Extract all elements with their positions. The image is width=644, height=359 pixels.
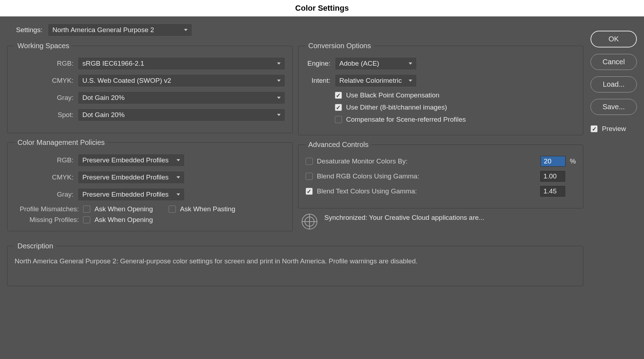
description-legend: Description: [15, 242, 56, 250]
cancel-button[interactable]: Cancel: [591, 54, 637, 70]
ask-when-opening-label: Ask When Opening: [94, 205, 153, 213]
ws-rgb-dropdown[interactable]: sRGB IEC61966-2.1: [78, 57, 285, 70]
working-spaces-section: Working Spaces RGB: sRGB IEC61966-2.1 CM…: [7, 42, 293, 133]
preview-label: Preview: [602, 125, 626, 133]
missing-profiles-label: Missing Profiles:: [15, 216, 79, 224]
ws-spot-label: Spot:: [15, 111, 73, 119]
sync-text: Synchronized: Your Creative Cloud applic…: [324, 214, 580, 222]
engine-label: Engine:: [306, 60, 331, 67]
conversion-options-section: Conversion Options Engine: Adobe (ACE) I…: [298, 42, 584, 135]
blend-rgb-checkbox[interactable]: [306, 173, 313, 180]
load-button[interactable]: Load...: [591, 76, 637, 92]
cm-rgb-dropdown[interactable]: Preserve Embedded Profiles: [78, 154, 185, 167]
cm-cmyk-label: CMYK:: [15, 173, 73, 181]
ws-cmyk-value: U.S. Web Coated (SWOP) v2: [82, 77, 171, 85]
cm-gray-value: Preserve Embedded Profiles: [82, 191, 169, 198]
ws-cmyk-label: CMYK:: [15, 77, 73, 85]
cm-rgb-label: RGB:: [15, 156, 73, 164]
ws-gray-value: Dot Gain 20%: [82, 94, 124, 102]
desaturate-checkbox[interactable]: [306, 158, 313, 165]
blend-text-input[interactable]: [540, 186, 565, 197]
ws-spot-dropdown[interactable]: Dot Gain 20%: [78, 108, 285, 121]
advanced-controls-legend: Advanced Controls: [306, 141, 372, 149]
description-section: Description North America General Purpos…: [7, 242, 583, 286]
ask-when-pasting-label: Ask When Pasting: [180, 205, 235, 213]
missing-ask-opening-label: Ask When Opening: [94, 216, 153, 224]
intent-dropdown[interactable]: Relative Colorimetric: [335, 74, 417, 87]
settings-value: North America General Purpose 2: [52, 26, 154, 34]
ok-button[interactable]: OK: [591, 31, 637, 47]
color-management-section: Color Management Policies RGB: Preserve …: [7, 138, 293, 231]
preview-checkbox[interactable]: [591, 125, 598, 132]
engine-value: Adobe (ACE): [339, 60, 379, 67]
description-text: North America General Purpose 2: General…: [15, 257, 576, 279]
advanced-controls-section: Advanced Controls Desaturate Monitor Col…: [298, 141, 584, 208]
cm-gray-dropdown[interactable]: Preserve Embedded Profiles: [78, 188, 185, 201]
engine-dropdown[interactable]: Adobe (ACE): [335, 57, 417, 70]
ask-when-pasting-checkbox[interactable]: [169, 206, 176, 213]
conversion-options-legend: Conversion Options: [306, 42, 374, 50]
ws-gray-dropdown[interactable]: Dot Gain 20%: [78, 91, 285, 104]
blend-text-label: Blend Text Colors Using Gamma:: [317, 187, 536, 195]
desaturate-label: Desaturate Monitor Colors By:: [317, 157, 537, 165]
intent-value: Relative Colorimetric: [339, 77, 402, 85]
black-point-label: Use Black Point Compensation: [346, 91, 440, 99]
working-spaces-legend: Working Spaces: [15, 42, 72, 50]
blend-rgb-label: Blend RGB Colors Using Gamma:: [317, 172, 536, 180]
missing-ask-opening-checkbox[interactable]: [83, 216, 90, 223]
dither-label: Use Dither (8-bit/channel images): [346, 103, 447, 111]
desaturate-input[interactable]: [541, 156, 566, 167]
settings-label: Settings:: [16, 26, 42, 34]
blend-rgb-input[interactable]: [540, 171, 565, 182]
scene-referred-checkbox[interactable]: [335, 116, 342, 123]
ws-cmyk-dropdown[interactable]: U.S. Web Coated (SWOP) v2: [78, 74, 285, 87]
cm-cmyk-dropdown[interactable]: Preserve Embedded Profiles: [78, 171, 185, 184]
cm-rgb-value: Preserve Embedded Profiles: [82, 156, 169, 164]
color-management-legend: Color Management Policies: [15, 138, 108, 147]
blend-text-checkbox[interactable]: [306, 188, 313, 195]
ws-rgb-label: RGB:: [15, 60, 73, 67]
settings-dropdown[interactable]: North America General Purpose 2: [48, 24, 192, 36]
cm-gray-label: Gray:: [15, 191, 73, 198]
ws-spot-value: Dot Gain 20%: [82, 111, 124, 119]
scene-referred-label: Compensate for Scene-referred Profiles: [346, 116, 466, 123]
sync-icon: [302, 214, 317, 229]
profile-mismatch-label: Profile Mismatches:: [15, 205, 79, 213]
dialog-title: Color Settings: [0, 0, 644, 16]
ws-gray-label: Gray:: [15, 94, 73, 102]
save-button[interactable]: Save...: [591, 99, 637, 115]
cm-cmyk-value: Preserve Embedded Profiles: [82, 173, 169, 181]
ask-when-opening-checkbox[interactable]: [83, 206, 90, 213]
dither-checkbox[interactable]: [335, 104, 342, 111]
ws-rgb-value: sRGB IEC61966-2.1: [82, 60, 144, 67]
desaturate-suffix: %: [570, 157, 576, 165]
black-point-checkbox[interactable]: [335, 92, 342, 99]
intent-label: Intent:: [306, 77, 331, 85]
